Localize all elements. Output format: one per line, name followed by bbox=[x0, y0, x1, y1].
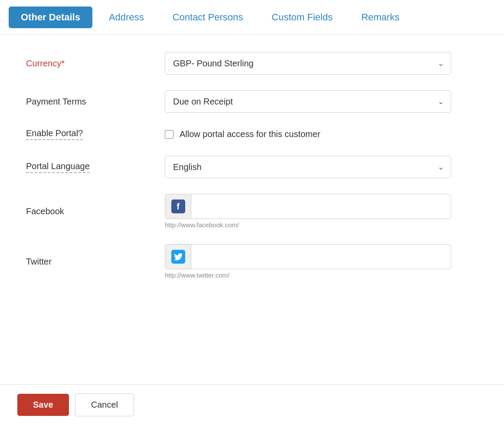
currency-select-wrapper: GBP- Pound Sterling USD- US Dollar EUR- … bbox=[165, 52, 451, 75]
tab-contact-persons[interactable]: Contact Persons bbox=[160, 7, 255, 28]
enable-portal-checkbox[interactable] bbox=[165, 130, 173, 139]
payment-terms-select-wrapper: Due on Receipt Net 30 Net 60 ⌄ bbox=[165, 90, 451, 113]
currency-select[interactable]: GBP- Pound Sterling USD- US Dollar EUR- … bbox=[165, 52, 451, 75]
portal-language-control: English French Spanish ⌄ bbox=[165, 156, 478, 178]
enable-portal-row: Enable Portal? Allow portal access for t… bbox=[26, 128, 478, 140]
facebook-input-wrapper: f bbox=[165, 194, 451, 219]
currency-row: Currency* GBP- Pound Sterling USD- US Do… bbox=[26, 52, 478, 75]
tab-address[interactable]: Address bbox=[97, 7, 156, 28]
portal-language-label: Portal Language bbox=[26, 161, 165, 173]
tab-other-details[interactable]: Other Details bbox=[9, 7, 92, 28]
enable-portal-label: Enable Portal? bbox=[26, 128, 165, 140]
twitter-input[interactable] bbox=[191, 246, 451, 268]
payment-terms-control: Due on Receipt Net 30 Net 60 ⌄ bbox=[165, 90, 478, 113]
payment-terms-label: Payment Terms bbox=[26, 97, 165, 107]
twitter-icon-box bbox=[165, 245, 191, 269]
portal-language-select-wrapper: English French Spanish ⌄ bbox=[165, 156, 451, 178]
twitter-icon bbox=[171, 250, 185, 264]
facebook-icon: f bbox=[171, 199, 185, 213]
footer-bar: Save Cancel bbox=[0, 384, 504, 425]
facebook-control: f http://www.facebook.com/ bbox=[165, 194, 478, 229]
enable-portal-control: Allow portal access for this customer bbox=[165, 129, 478, 139]
enable-portal-checkbox-label: Allow portal access for this customer bbox=[180, 129, 321, 139]
twitter-label: Twitter bbox=[26, 257, 165, 267]
portal-language-select[interactable]: English French Spanish bbox=[165, 156, 451, 178]
portal-language-row: Portal Language English French Spanish ⌄ bbox=[26, 156, 478, 178]
facebook-label: Facebook bbox=[26, 206, 165, 216]
payment-terms-row: Payment Terms Due on Receipt Net 30 Net … bbox=[26, 90, 478, 113]
twitter-input-wrapper bbox=[165, 244, 451, 269]
facebook-input[interactable] bbox=[191, 196, 451, 217]
save-button[interactable]: Save bbox=[17, 394, 69, 416]
enable-portal-checkbox-row: Allow portal access for this customer bbox=[165, 129, 478, 139]
tab-bar: Other Details Address Contact Persons Cu… bbox=[0, 0, 504, 35]
twitter-hint: http://www.twitter.com/ bbox=[165, 271, 478, 279]
tab-remarks[interactable]: Remarks bbox=[349, 7, 412, 28]
twitter-row: Twitter http://www.twitter.com/ bbox=[26, 244, 478, 279]
currency-control: GBP- Pound Sterling USD- US Dollar EUR- … bbox=[165, 52, 478, 75]
currency-label: Currency* bbox=[26, 59, 165, 69]
facebook-icon-box: f bbox=[165, 194, 191, 219]
payment-terms-select[interactable]: Due on Receipt Net 30 Net 60 bbox=[165, 90, 451, 113]
twitter-control: http://www.twitter.com/ bbox=[165, 244, 478, 279]
tab-custom-fields[interactable]: Custom Fields bbox=[259, 7, 345, 28]
main-content: Currency* GBP- Pound Sterling USD- US Do… bbox=[0, 35, 504, 384]
portal-language-label-text: Portal Language bbox=[26, 161, 90, 173]
facebook-hint: http://www.facebook.com/ bbox=[165, 221, 478, 229]
cancel-button[interactable]: Cancel bbox=[75, 393, 134, 416]
facebook-row: Facebook f http://www.facebook.com/ bbox=[26, 194, 478, 229]
enable-portal-label-text: Enable Portal? bbox=[26, 128, 83, 140]
